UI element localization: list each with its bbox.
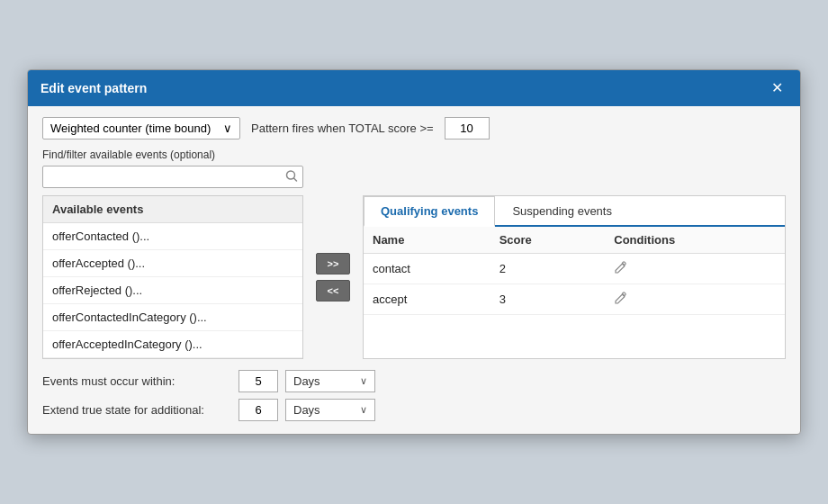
bottom-select-0[interactable]: Days∨	[285, 370, 375, 392]
bottom-input-1[interactable]	[238, 399, 278, 421]
bottom-label-1: Extend true state for additional:	[42, 403, 231, 417]
event-item[interactable]: offerContacted ()...	[43, 223, 302, 250]
bottom-select-1[interactable]: Days∨	[285, 399, 375, 421]
filter-label: Find/filter available events (optional)	[42, 148, 786, 161]
table-body: contact2 accept3	[364, 254, 785, 315]
column-header-conditions: Conditions	[605, 227, 785, 254]
tabs-row: Qualifying eventsSuspending events	[364, 196, 785, 227]
cell-conditions	[605, 284, 785, 315]
pattern-type-dropdown[interactable]: Weighted counter (time bound) ∨	[42, 117, 240, 140]
table-row: contact2	[364, 254, 785, 284]
edit-conditions-icon[interactable]	[614, 263, 628, 277]
svg-line-1	[294, 178, 297, 181]
edit-event-pattern-dialog: Edit event pattern ✕ Weighted counter (t…	[27, 69, 801, 435]
dialog-title: Edit event pattern	[40, 81, 147, 95]
top-row: Weighted counter (time bound) ∨ Pattern …	[42, 117, 786, 140]
pattern-type-chevron: ∨	[223, 122, 232, 135]
event-item[interactable]: offerContactedInCategory ()...	[43, 304, 302, 331]
cell-name: accept	[364, 284, 490, 315]
tab-suspending[interactable]: Suspending events	[495, 196, 629, 227]
tab-qualifying[interactable]: Qualifying events	[364, 196, 495, 227]
available-events-panel: Available events offerContacted ()...off…	[42, 195, 303, 359]
column-header-name: Name	[364, 227, 490, 254]
add-to-qualifying-button[interactable]: >>	[316, 253, 350, 274]
bottom-select-chevron-1: ∨	[360, 404, 367, 416]
transfer-buttons: >> <<	[312, 195, 354, 359]
score-threshold-label: Pattern fires when TOTAL score >=	[251, 122, 434, 135]
event-item[interactable]: offerRejected ()...	[43, 277, 302, 304]
events-list: offerContacted ()...offerAccepted ()...o…	[43, 223, 302, 358]
filter-input[interactable]	[42, 166, 303, 188]
bottom-select-chevron-0: ∨	[360, 375, 367, 387]
events-table: NameScoreConditions contact2 accept3	[364, 227, 785, 315]
cell-score: 3	[490, 284, 606, 315]
bottom-select-label-0: Days	[293, 374, 320, 388]
bottom-input-0[interactable]	[238, 370, 278, 392]
column-header-score: Score	[490, 227, 606, 254]
dialog-header: Edit event pattern ✕	[28, 70, 800, 106]
edit-conditions-icon[interactable]	[614, 293, 628, 308]
available-events-header: Available events	[43, 196, 302, 223]
bottom-select-label-1: Days	[293, 403, 320, 417]
table-row: accept3	[364, 284, 785, 315]
search-icon	[285, 169, 298, 184]
bottom-row-1: Extend true state for additional:Days∨	[42, 399, 786, 421]
cell-score: 2	[490, 254, 606, 284]
bottom-label-0: Events must occur within:	[42, 374, 231, 388]
pattern-type-label: Weighted counter (time bound)	[50, 122, 211, 135]
score-threshold-input[interactable]	[445, 117, 490, 140]
events-table-panel: Qualifying eventsSuspending events NameS…	[363, 195, 786, 359]
event-item[interactable]: offerAcceptedInCategory ()...	[43, 331, 302, 358]
bottom-row-0: Events must occur within:Days∨	[42, 370, 786, 392]
remove-from-qualifying-button[interactable]: <<	[316, 280, 350, 302]
cell-conditions	[605, 254, 785, 284]
filter-input-wrapper	[42, 166, 303, 188]
event-item[interactable]: offerAccepted ()...	[43, 250, 302, 277]
cell-name: contact	[364, 254, 490, 284]
dialog-body: Weighted counter (time bound) ∨ Pattern …	[28, 106, 800, 434]
main-area: Available events offerContacted ()...off…	[42, 195, 786, 359]
close-button[interactable]: ✕	[767, 79, 788, 97]
table-header-row: NameScoreConditions	[364, 227, 785, 254]
bottom-fields: Events must occur within:Days∨Extend tru…	[42, 370, 786, 421]
